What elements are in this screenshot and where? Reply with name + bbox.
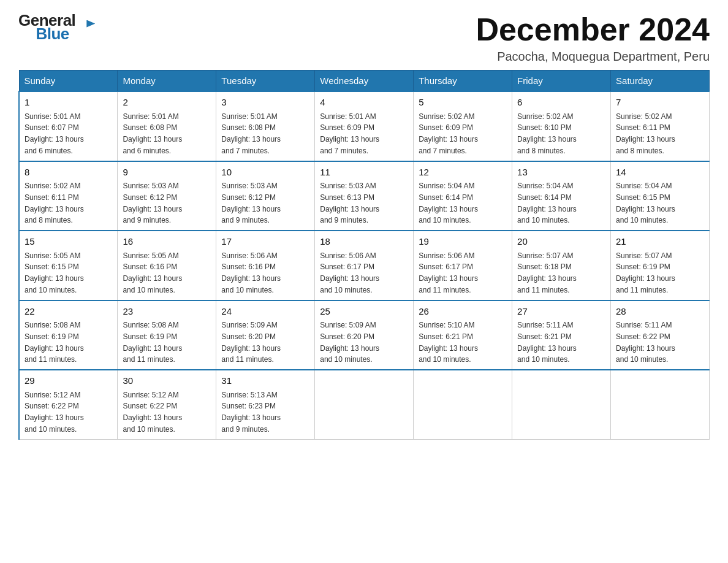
day-info: Sunrise: 5:03 AMSunset: 6:12 PMDaylight:… bbox=[123, 182, 182, 224]
calendar-cell: 20Sunrise: 5:07 AMSunset: 6:18 PMDayligh… bbox=[512, 231, 611, 301]
day-info: Sunrise: 5:02 AMSunset: 6:11 PMDaylight:… bbox=[616, 112, 675, 155]
calendar-cell: 25Sunrise: 5:09 AMSunset: 6:20 PMDayligh… bbox=[315, 301, 414, 370]
day-number: 19 bbox=[419, 235, 507, 249]
day-number: 18 bbox=[320, 235, 408, 249]
calendar-cell: 5Sunrise: 5:02 AMSunset: 6:09 PMDaylight… bbox=[414, 91, 512, 161]
calendar-cell: 7Sunrise: 5:02 AMSunset: 6:11 PMDaylight… bbox=[611, 91, 710, 161]
day-number: 13 bbox=[517, 166, 605, 180]
calendar-cell: 18Sunrise: 5:06 AMSunset: 6:17 PMDayligh… bbox=[315, 231, 414, 301]
header-sunday: Sunday bbox=[19, 71, 118, 92]
calendar-cell: 14Sunrise: 5:04 AMSunset: 6:15 PMDayligh… bbox=[611, 161, 710, 231]
day-info: Sunrise: 5:02 AMSunset: 6:11 PMDaylight:… bbox=[25, 182, 84, 224]
day-info: Sunrise: 5:12 AMSunset: 6:22 PMDaylight:… bbox=[123, 391, 182, 434]
day-number: 29 bbox=[25, 374, 112, 388]
day-number: 1 bbox=[25, 96, 112, 110]
calendar-week-1: 1Sunrise: 5:01 AMSunset: 6:07 PMDaylight… bbox=[19, 91, 710, 161]
day-info: Sunrise: 5:11 AMSunset: 6:21 PMDaylight:… bbox=[517, 321, 577, 364]
day-number: 20 bbox=[517, 235, 605, 249]
calendar-cell: 15Sunrise: 5:05 AMSunset: 6:15 PMDayligh… bbox=[19, 231, 118, 301]
day-info: Sunrise: 5:01 AMSunset: 6:08 PMDaylight:… bbox=[221, 112, 281, 155]
day-number: 16 bbox=[123, 235, 211, 249]
calendar-cell: 8Sunrise: 5:02 AMSunset: 6:11 PMDaylight… bbox=[19, 161, 118, 231]
calendar-cell: 29Sunrise: 5:12 AMSunset: 6:22 PMDayligh… bbox=[19, 370, 118, 439]
day-info: Sunrise: 5:02 AMSunset: 6:10 PMDaylight:… bbox=[517, 112, 577, 155]
day-number: 23 bbox=[123, 305, 211, 319]
calendar-cell: 27Sunrise: 5:11 AMSunset: 6:21 PMDayligh… bbox=[512, 301, 611, 370]
header-monday: Monday bbox=[118, 71, 216, 92]
day-info: Sunrise: 5:12 AMSunset: 6:22 PMDaylight:… bbox=[25, 391, 84, 434]
day-info: Sunrise: 5:05 AMSunset: 6:15 PMDaylight:… bbox=[25, 251, 84, 294]
day-info: Sunrise: 5:01 AMSunset: 6:09 PMDaylight:… bbox=[320, 112, 379, 155]
logo-blue: Blue bbox=[36, 26, 69, 42]
day-number: 25 bbox=[320, 305, 408, 319]
calendar-cell: 16Sunrise: 5:05 AMSunset: 6:16 PMDayligh… bbox=[118, 231, 216, 301]
calendar-week-4: 22Sunrise: 5:08 AMSunset: 6:19 PMDayligh… bbox=[19, 301, 710, 370]
day-info: Sunrise: 5:06 AMSunset: 6:17 PMDaylight:… bbox=[320, 251, 379, 294]
header-tuesday: Tuesday bbox=[216, 71, 315, 92]
header-friday: Friday bbox=[512, 71, 611, 92]
calendar-subtitle: Pacocha, Moquegua Department, Peru bbox=[476, 50, 710, 64]
calendar-cell: 30Sunrise: 5:12 AMSunset: 6:22 PMDayligh… bbox=[118, 370, 216, 439]
day-number: 8 bbox=[25, 166, 112, 180]
day-info: Sunrise: 5:01 AMSunset: 6:07 PMDaylight:… bbox=[25, 112, 84, 155]
calendar-cell: 12Sunrise: 5:04 AMSunset: 6:14 PMDayligh… bbox=[414, 161, 512, 231]
day-number: 28 bbox=[616, 305, 704, 319]
day-info: Sunrise: 5:06 AMSunset: 6:17 PMDaylight:… bbox=[419, 251, 478, 294]
day-number: 15 bbox=[25, 235, 112, 249]
day-info: Sunrise: 5:04 AMSunset: 6:14 PMDaylight:… bbox=[517, 182, 577, 224]
day-number: 21 bbox=[616, 235, 704, 249]
calendar-cell: 6Sunrise: 5:02 AMSunset: 6:10 PMDaylight… bbox=[512, 91, 611, 161]
calendar-week-5: 29Sunrise: 5:12 AMSunset: 6:22 PMDayligh… bbox=[19, 370, 710, 439]
calendar-cell bbox=[315, 370, 414, 439]
calendar-cell: 9Sunrise: 5:03 AMSunset: 6:12 PMDaylight… bbox=[118, 161, 216, 231]
day-number: 9 bbox=[123, 166, 211, 180]
calendar-cell bbox=[611, 370, 710, 439]
day-number: 27 bbox=[517, 305, 605, 319]
day-info: Sunrise: 5:08 AMSunset: 6:19 PMDaylight:… bbox=[123, 321, 182, 364]
day-info: Sunrise: 5:10 AMSunset: 6:21 PMDaylight:… bbox=[419, 321, 478, 364]
day-number: 10 bbox=[221, 166, 309, 180]
header-saturday: Saturday bbox=[611, 71, 710, 92]
day-info: Sunrise: 5:09 AMSunset: 6:20 PMDaylight:… bbox=[320, 321, 379, 364]
header-row: SundayMondayTuesdayWednesdayThursdayFrid… bbox=[19, 71, 710, 92]
day-info: Sunrise: 5:01 AMSunset: 6:08 PMDaylight:… bbox=[123, 112, 182, 155]
day-info: Sunrise: 5:11 AMSunset: 6:22 PMDaylight:… bbox=[616, 321, 675, 364]
calendar-table: SundayMondayTuesdayWednesdayThursdayFrid… bbox=[18, 70, 710, 440]
day-info: Sunrise: 5:03 AMSunset: 6:12 PMDaylight:… bbox=[221, 182, 281, 224]
day-info: Sunrise: 5:09 AMSunset: 6:20 PMDaylight:… bbox=[221, 321, 281, 364]
day-info: Sunrise: 5:05 AMSunset: 6:16 PMDaylight:… bbox=[123, 251, 182, 294]
day-number: 26 bbox=[419, 305, 507, 319]
day-number: 17 bbox=[221, 235, 309, 249]
calendar-week-3: 15Sunrise: 5:05 AMSunset: 6:15 PMDayligh… bbox=[19, 231, 710, 301]
calendar-cell: 26Sunrise: 5:10 AMSunset: 6:21 PMDayligh… bbox=[414, 301, 512, 370]
day-info: Sunrise: 5:06 AMSunset: 6:16 PMDaylight:… bbox=[221, 251, 281, 294]
day-info: Sunrise: 5:04 AMSunset: 6:14 PMDaylight:… bbox=[419, 182, 478, 224]
day-number: 6 bbox=[517, 96, 605, 110]
day-info: Sunrise: 5:03 AMSunset: 6:13 PMDaylight:… bbox=[320, 182, 379, 224]
day-number: 4 bbox=[320, 96, 408, 110]
calendar-cell: 2Sunrise: 5:01 AMSunset: 6:08 PMDaylight… bbox=[118, 91, 216, 161]
calendar-cell: 10Sunrise: 5:03 AMSunset: 6:12 PMDayligh… bbox=[216, 161, 315, 231]
calendar-cell: 19Sunrise: 5:06 AMSunset: 6:17 PMDayligh… bbox=[414, 231, 512, 301]
calendar-cell: 24Sunrise: 5:09 AMSunset: 6:20 PMDayligh… bbox=[216, 301, 315, 370]
day-number: 5 bbox=[419, 96, 507, 110]
day-info: Sunrise: 5:13 AMSunset: 6:23 PMDaylight:… bbox=[221, 391, 281, 434]
calendar-cell: 17Sunrise: 5:06 AMSunset: 6:16 PMDayligh… bbox=[216, 231, 315, 301]
calendar-cell: 23Sunrise: 5:08 AMSunset: 6:19 PMDayligh… bbox=[118, 301, 216, 370]
calendar-cell: 13Sunrise: 5:04 AMSunset: 6:14 PMDayligh… bbox=[512, 161, 611, 231]
day-number: 14 bbox=[616, 166, 704, 180]
calendar-cell: 22Sunrise: 5:08 AMSunset: 6:19 PMDayligh… bbox=[19, 301, 118, 370]
day-info: Sunrise: 5:08 AMSunset: 6:19 PMDaylight:… bbox=[25, 321, 84, 364]
calendar-cell: 3Sunrise: 5:01 AMSunset: 6:08 PMDaylight… bbox=[216, 91, 315, 161]
logo: General Blue bbox=[18, 12, 86, 42]
calendar-cell: 31Sunrise: 5:13 AMSunset: 6:23 PMDayligh… bbox=[216, 370, 315, 439]
day-info: Sunrise: 5:04 AMSunset: 6:15 PMDaylight:… bbox=[616, 182, 675, 224]
calendar-cell: 28Sunrise: 5:11 AMSunset: 6:22 PMDayligh… bbox=[611, 301, 710, 370]
day-number: 24 bbox=[221, 305, 309, 319]
day-info: Sunrise: 5:07 AMSunset: 6:18 PMDaylight:… bbox=[517, 251, 577, 294]
calendar-title: December 2024 bbox=[476, 12, 710, 47]
page-header: General Blue December 2024 Pacocha, Moqu… bbox=[18, 12, 710, 64]
header-wednesday: Wednesday bbox=[315, 71, 414, 92]
day-number: 3 bbox=[221, 96, 309, 110]
day-number: 7 bbox=[616, 96, 704, 110]
